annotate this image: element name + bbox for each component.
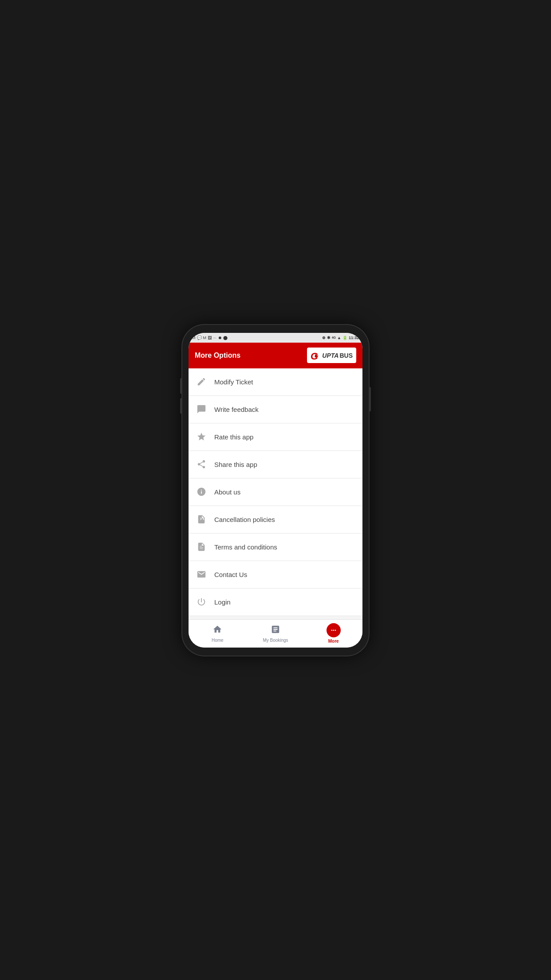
circle-icon: ⬤ xyxy=(223,336,228,340)
nav-my-bookings[interactable]: My Bookings xyxy=(247,620,305,648)
menu-item-cancellation-policies[interactable]: Cancellation policies xyxy=(189,506,362,533)
volume-down-button xyxy=(180,398,182,414)
phone-device: M 💬 M 🖼 ··· ⏺ ⬤ ⊕ ✱ 4G ▲ 🔋 11:32 More Op… xyxy=(182,325,369,656)
bookings-icon xyxy=(271,624,280,636)
status-icons-right: ⊕ ✱ 4G ▲ 🔋 11:32 xyxy=(322,336,359,340)
menu-item-modify-ticket[interactable]: Modify Ticket xyxy=(189,368,362,396)
menu-item-share-app[interactable]: Share this app xyxy=(189,451,362,478)
menu-list: Modify Ticket Write feedback Rate this a… xyxy=(189,368,362,619)
bottom-navigation: Home My Bookings More xyxy=(189,619,362,648)
envelope-icon xyxy=(196,569,207,580)
status-bar: M 💬 M 🖼 ··· ⏺ ⬤ ⊕ ✱ 4G ▲ 🔋 11:32 xyxy=(189,333,362,343)
menu-item-rate-app[interactable]: Rate this app xyxy=(189,423,362,451)
rec-icon: ⏺ xyxy=(218,336,222,340)
menu-item-write-feedback[interactable]: Write feedback xyxy=(189,396,362,423)
app-logo: G UPTA BUS xyxy=(307,348,356,363)
cancel-doc-icon xyxy=(196,514,207,525)
location-icon: ⊕ xyxy=(322,336,326,340)
about-us-label: About us xyxy=(214,488,240,496)
share-icon xyxy=(196,458,207,470)
terms-conditions-label: Terms and conditions xyxy=(214,543,277,551)
home-icon xyxy=(213,624,222,636)
app-header: More Options G UPTA BUS xyxy=(189,343,362,368)
logo-g-letter: G xyxy=(311,349,321,361)
bluetooth-icon: ✱ xyxy=(327,336,331,340)
rate-app-label: Rate this app xyxy=(214,433,253,441)
page-title: More Options xyxy=(195,352,240,360)
more-icon xyxy=(327,623,341,637)
info-icon xyxy=(196,486,207,498)
gmail-icon: M xyxy=(192,336,196,340)
menu-item-about-us[interactable]: About us xyxy=(189,478,362,506)
more-nav-label: More xyxy=(328,639,339,644)
logo-bus: BUS xyxy=(339,352,353,359)
home-nav-label: Home xyxy=(212,638,224,643)
photo-icon: 🖼 xyxy=(208,336,212,340)
share-app-label: Share this app xyxy=(214,461,257,468)
menu-item-login[interactable]: Login xyxy=(189,589,362,616)
chat-icon xyxy=(196,403,207,415)
volume-up-button xyxy=(180,378,182,394)
modify-ticket-label: Modify Ticket xyxy=(214,378,253,386)
logo-upta: UPTA xyxy=(322,352,338,359)
power-button xyxy=(369,387,371,411)
sms-icon: 💬 xyxy=(197,336,202,340)
signal-icon: ▲ xyxy=(337,336,341,340)
nav-more[interactable]: More xyxy=(304,620,362,648)
cancellation-policies-label: Cancellation policies xyxy=(214,516,275,523)
clock: 11:32 xyxy=(349,336,359,340)
document-icon xyxy=(196,541,207,553)
pencil-icon xyxy=(196,376,207,387)
bookings-nav-label: My Bookings xyxy=(263,638,288,643)
menu-item-contact-us[interactable]: Contact Us xyxy=(189,561,362,589)
write-feedback-label: Write feedback xyxy=(214,406,259,413)
dots-icon: ··· xyxy=(213,336,216,340)
nav-home[interactable]: Home xyxy=(189,620,247,648)
status-icons-left: M 💬 M 🖼 ··· ⏺ ⬤ xyxy=(192,336,228,340)
phone-screen: M 💬 M 🖼 ··· ⏺ ⬤ ⊕ ✱ 4G ▲ 🔋 11:32 More Op… xyxy=(189,333,362,648)
contact-us-label: Contact Us xyxy=(214,571,247,578)
menu-item-terms-conditions[interactable]: Terms and conditions xyxy=(189,533,362,561)
power-icon xyxy=(196,596,207,608)
network-4g-icon: 4G xyxy=(332,336,336,339)
login-label: Login xyxy=(214,598,231,606)
star-icon xyxy=(196,431,207,443)
gmail2-icon: M xyxy=(203,336,207,340)
battery-icon: 🔋 xyxy=(342,336,347,340)
